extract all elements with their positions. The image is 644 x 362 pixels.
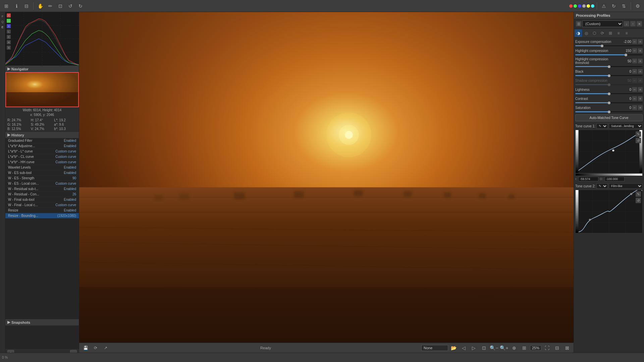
sidebar-item-queue[interactable]: Q [0,19,5,24]
history-item-13[interactable]: Resize Enabled [5,208,79,213]
flip-icon[interactable]: ⇅ [620,2,628,10]
highlight-threshold-thumb[interactable] [608,65,610,68]
contrast-thumb[interactable] [608,102,610,104]
grid-toolbar-btn[interactable]: ⊟ [22,2,31,10]
saturation-plus[interactable]: + [638,105,643,110]
lightness-slider[interactable] [575,93,643,94]
curve-1-output-field[interactable] [604,177,625,181]
auto-matched-tone-curve-button[interactable]: Auto-Matched Tone Curve [575,114,643,121]
folder-open-btn[interactable]: 📂 [449,344,458,352]
history-item-10[interactable]: W - Residual - Con... 26 [5,192,79,197]
history-item-8[interactable]: W - ES - Local con... Custom curve [5,181,79,186]
next-btn[interactable]: ▷ [470,344,478,352]
share-btn[interactable]: ↗ [101,344,110,352]
prev-btn[interactable]: ◁ [460,344,468,352]
zoom-out-btn[interactable]: 🔍− [490,344,498,352]
highlight-compression-minus[interactable]: − [632,48,637,53]
tone-curve-1-channel-select[interactable]: Saturati...lending [609,123,643,129]
fullscreen-btn[interactable]: ⛶ [543,344,551,352]
rotate-toolbar-btn[interactable]: ↺ [66,2,75,10]
history-list[interactable]: Graduated Filter Enabled L*a*b* Adjustme… [5,138,79,319]
profile-clear-btn[interactable]: ✕ [637,21,642,26]
history-item-5[interactable]: Wavelet Levels Enabled [5,165,79,170]
black-thumb[interactable] [608,74,610,77]
saturation-thumb[interactable] [608,111,610,113]
zoom-in-btn[interactable]: 🔍+ [500,344,508,352]
navigator-header[interactable]: ▶ Navigator [5,66,79,72]
contrast-plus[interactable]: + [638,96,643,101]
history-item-1[interactable]: L*a*b* Adjustme... Enabled [5,143,79,149]
tab-color[interactable]: ⬡ [591,29,598,37]
curve-1-reset-btn[interactable]: ↺ [636,138,641,143]
exposure-compensation-plus[interactable]: + [638,39,643,44]
curve-1-edit-btn[interactable]: ✎ [636,131,641,137]
save-btn[interactable]: 💾 [81,344,90,352]
hand-toolbar-btn[interactable]: ✋ [36,2,45,10]
zoom-fit-btn[interactable]: ⊡ [480,344,488,352]
saturation-slider[interactable] [575,111,643,112]
highlight-threshold-plus[interactable]: + [638,59,643,63]
snapshot-remove-button[interactable]: − [70,350,77,353]
contrast-slider[interactable] [575,102,643,103]
black-plus[interactable]: + [638,69,643,74]
nav-dropdown-select[interactable]: None [421,345,448,351]
black-minus[interactable]: − [632,69,637,74]
tab-metadata[interactable]: ≡ [623,29,630,37]
curve-2-reset-btn[interactable]: ↺ [636,198,641,203]
highlight-threshold-minus[interactable]: − [632,59,637,63]
black-slider[interactable] [575,75,643,76]
profile-load-btn[interactable]: ↑ [630,21,636,26]
panel-toggle-btn[interactable]: ⊟ [553,344,561,352]
tone-curve-2-type-select[interactable]: ✎ [596,183,608,189]
canvas-area[interactable] [79,12,574,343]
tab-advanced[interactable]: ⟳ [599,29,606,37]
sidebar-item-editor[interactable]: E [0,25,5,29]
hist-icon-7[interactable]: S [7,46,11,50]
exposure-compensation-slider[interactable] [575,45,643,46]
dual-view-btn[interactable]: ⊠ [563,344,572,352]
history-item-12[interactable]: W - Final - Local c... Custom curve [5,202,79,208]
history-item-2[interactable]: L*a*b* - L* curve Custom curve [5,149,79,154]
history-item-3[interactable]: L*a*b* - CL curve Custom curve [5,154,79,160]
shadow-compression-minus[interactable]: − [632,78,637,83]
tone-curve-1-canvas[interactable]: ✎ ↺ [575,130,643,173]
zoom-fill-btn[interactable]: ⊞ [520,344,529,352]
highlight-compression-plus[interactable]: + [638,48,643,53]
history-item-0[interactable]: Graduated Filter Enabled [5,138,79,143]
history-item-7[interactable]: W - ES - Strength 90 [5,176,79,181]
history-item-9[interactable]: W - Residual sub-t... Enabled [5,186,79,192]
lightness-thumb[interactable] [608,93,610,95]
curve-1-input-field[interactable] [578,177,598,181]
tab-raw[interactable]: ≡ [615,29,622,37]
exposure-compensation-minus[interactable]: − [632,39,637,44]
hist-icon-6[interactable]: H [7,40,11,44]
profile-save-btn[interactable]: ↓ [624,21,629,26]
warning-icon[interactable]: ⚠ [599,2,608,10]
curve-2-edit-btn[interactable]: ✎ [636,191,641,197]
add-toolbar-btn[interactable]: ⊞ [2,2,11,10]
snapshots-header[interactable]: ▶ Snapshots [5,319,79,325]
sidebar-item-file-browser[interactable]: F [0,14,5,19]
hist-icon-2[interactable]: G [7,19,11,23]
info-toolbar-btn[interactable]: ℹ [12,2,21,10]
hist-icon-5[interactable]: C [7,35,11,39]
history-item-4[interactable]: L*a*b* - HH curve Custom curve [5,160,79,165]
redo-toolbar-btn[interactable]: ↻ [76,2,85,10]
hist-icon-1[interactable]: R [7,13,11,17]
saturation-minus[interactable]: − [632,105,637,110]
pencil-toolbar-btn[interactable]: ✏ [46,2,55,10]
tab-exposure[interactable]: ◑ [575,29,582,37]
lightness-plus[interactable]: + [638,87,643,92]
tone-curve-2-canvas[interactable]: ✎ ↺ [575,190,643,233]
tab-detail[interactable]: ◎ [583,29,590,37]
zoom-100-btn[interactable]: ⊕ [510,344,519,352]
hist-icon-3[interactable]: B [7,24,11,28]
lightness-minus[interactable]: − [632,87,637,92]
highlight-compression-slider[interactable] [575,54,643,55]
history-item-11[interactable]: W - Final sub-tool Enabled [5,197,79,202]
shadow-compression-plus[interactable]: + [638,78,643,83]
rotate-cw-icon[interactable]: ↻ [609,2,618,10]
hist-icon-4[interactable]: L [7,29,11,34]
history-item-6[interactable]: W - ES sub-tool Enabled [5,170,79,176]
history-header[interactable]: ▶ History [5,132,79,138]
